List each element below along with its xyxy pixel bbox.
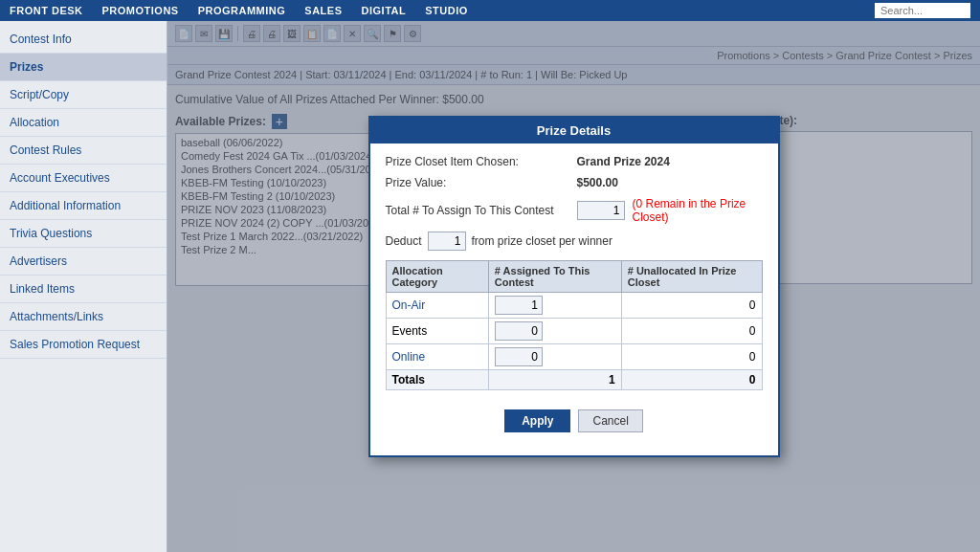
assigned-online-input[interactable] — [495, 347, 543, 366]
col-header-assigned: # Assigned To This Contest — [488, 261, 621, 293]
modal-body: Prize Closet Item Chosen: Grand Prize 20… — [370, 144, 778, 455]
category-events: Events — [386, 319, 488, 344]
apply-button[interactable]: Apply — [504, 409, 570, 432]
sidebar-item-account-executives[interactable]: Account Executives — [0, 165, 167, 192]
col-header-category: Allocation Category — [386, 261, 488, 293]
modal-overlay: Prize Details Prize Closet Item Chosen: … — [167, 21, 980, 552]
assigned-events-input[interactable] — [495, 321, 543, 341]
sidebar-item-script-copy[interactable]: Script/Copy — [0, 81, 167, 109]
sidebar-item-additional-info[interactable]: Additional Information — [0, 192, 167, 220]
col-header-unallocated: # Unallocated In Prize Closet — [621, 261, 762, 293]
nav-digital[interactable]: DIGITAL — [362, 5, 407, 16]
assigned-totals: 1 — [488, 370, 621, 390]
deduct-suffix: from prize closet per winner — [472, 234, 612, 248]
search-input[interactable] — [875, 3, 970, 18]
unallocated-events: 0 — [621, 319, 762, 344]
sidebar-item-prizes[interactable]: Prizes — [0, 54, 167, 81]
category-on-air[interactable]: On-Air — [386, 293, 488, 319]
main-layout: Contest Info Prizes Script/Copy Allocati… — [0, 21, 980, 552]
total-assign-row: Total # To Assign To This Contest (0 Rem… — [386, 197, 763, 224]
category-totals: Totals — [386, 370, 488, 390]
nav-studio[interactable]: STUDIO — [425, 5, 468, 16]
prize-closet-value: Grand Prize 2024 — [577, 155, 670, 168]
nav-sales[interactable]: SALES — [304, 5, 342, 16]
prize-value-row: Prize Value: $500.00 — [386, 176, 763, 189]
sidebar: Contest Info Prizes Script/Copy Allocati… — [0, 21, 167, 552]
table-row: Online 0 — [386, 344, 762, 370]
sidebar-item-attachments-links[interactable]: Attachments/Links — [0, 303, 167, 331]
cancel-button[interactable]: Cancel — [578, 409, 642, 432]
top-nav: FRONT DESK PROMOTIONS PROGRAMMING SALES … — [0, 0, 980, 21]
nav-promotions[interactable]: PROMOTIONS — [102, 5, 179, 16]
unallocated-totals: 0 — [621, 370, 762, 390]
sidebar-item-contest-info[interactable]: Contest Info — [0, 26, 167, 54]
category-online[interactable]: Online — [386, 344, 488, 370]
nav-front-desk[interactable]: FRONT DESK — [10, 5, 83, 16]
sidebar-item-sales-promo[interactable]: Sales Promotion Request — [0, 331, 167, 359]
content-area: 📄 ✉ 💾 🖨 🖨 🖼 📋 📄 ✕ 🔍 ⚑ ⚙ Promotions > Con… — [167, 21, 980, 552]
deduct-label: Deduct — [386, 234, 422, 248]
total-assign-input[interactable] — [577, 201, 625, 220]
sidebar-item-contest-rules[interactable]: Contest Rules — [0, 137, 167, 165]
deduct-input[interactable] — [428, 232, 466, 251]
prize-details-modal: Prize Details Prize Closet Item Chosen: … — [368, 116, 780, 457]
nav-programming[interactable]: PROGRAMMING — [198, 5, 286, 16]
deduct-row: Deduct from prize closet per winner — [386, 232, 763, 251]
modal-title: Prize Details — [370, 118, 778, 144]
assigned-on-air-input[interactable] — [495, 296, 543, 315]
table-row: On-Air 0 — [386, 293, 762, 319]
allocation-table: Allocation Category # Assigned To This C… — [386, 260, 763, 390]
remain-text: (0 Remain in the Prize Closet) — [633, 197, 763, 224]
unallocated-online: 0 — [621, 344, 762, 370]
sidebar-item-trivia-questions[interactable]: Trivia Questions — [0, 220, 167, 248]
prize-value: $500.00 — [577, 176, 618, 189]
sidebar-item-advertisers[interactable]: Advertisers — [0, 248, 167, 276]
total-assign-label: Total # To Assign To This Contest — [386, 204, 577, 217]
unallocated-on-air: 0 — [621, 293, 762, 319]
modal-footer: Apply Cancel — [386, 402, 763, 444]
prize-value-label: Prize Value: — [386, 176, 577, 189]
sidebar-item-linked-items[interactable]: Linked Items — [0, 276, 167, 303]
prize-closet-label: Prize Closet Item Chosen: — [386, 155, 577, 168]
totals-row: Totals 1 0 — [386, 370, 762, 390]
table-row: Events 0 — [386, 319, 762, 344]
sidebar-item-allocation[interactable]: Allocation — [0, 109, 167, 137]
prize-closet-row: Prize Closet Item Chosen: Grand Prize 20… — [386, 155, 763, 168]
